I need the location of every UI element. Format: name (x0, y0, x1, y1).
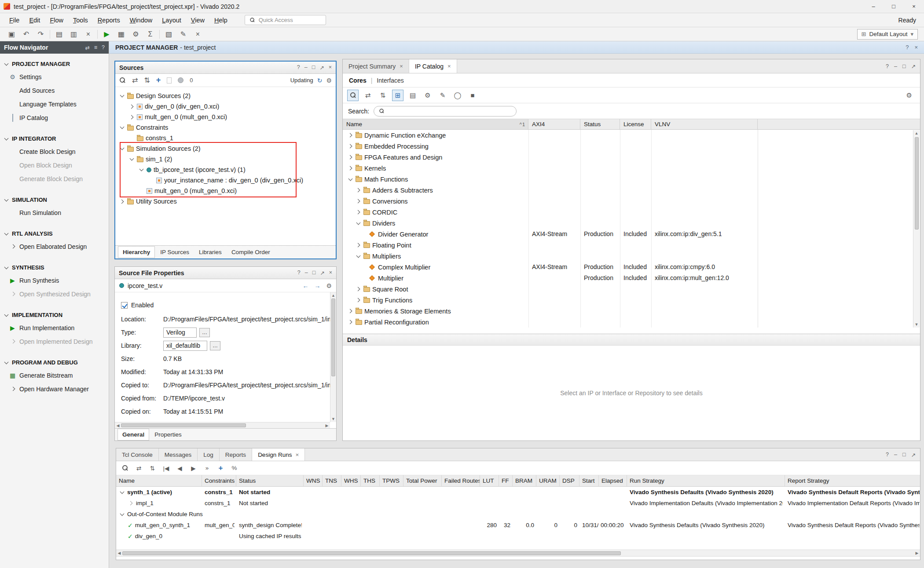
maximize-button[interactable]: □ (884, 0, 904, 13)
chevron-right-icon[interactable] (10, 339, 16, 345)
layout-icon[interactable]: ▧ (161, 30, 176, 38)
details-header[interactable]: Details (343, 334, 920, 346)
tab-log[interactable]: Log (198, 448, 220, 461)
chevron-right-icon[interactable] (347, 143, 353, 149)
tab-ip-catalog[interactable]: IP Catalog × (409, 59, 457, 73)
forward-arrow-icon[interactable]: → (314, 282, 320, 289)
help-icon[interactable]: ? (886, 63, 889, 69)
category-row-multipliers[interactable]: Multipliers (343, 251, 920, 262)
category-row-math-functions[interactable]: Math Functions (343, 174, 920, 185)
ip-row-divider-generator[interactable]: Divider Generator AXI4-Stream Production… (343, 229, 920, 240)
chevron-right-icon[interactable] (128, 114, 135, 120)
scroll-up-icon[interactable]: ▲ (331, 292, 335, 299)
help-icon[interactable]: ? (886, 451, 889, 458)
menu-edit[interactable]: Edit (24, 17, 45, 24)
category-row[interactable]: Trig Functions (343, 295, 920, 306)
column-header-vlnv[interactable]: VLNV (651, 119, 758, 129)
file-icon[interactable] (167, 77, 172, 84)
maximize-icon[interactable]: □ (902, 451, 906, 458)
flownav-item-ip-catalog[interactable]: IP Catalog (0, 111, 109, 124)
column-header-ths[interactable]: THS (361, 475, 380, 486)
chevron-down-icon[interactable] (128, 156, 135, 162)
flownav-section-header[interactable]: PROGRAM AND DEBUG (0, 357, 109, 368)
flownav-item-settings[interactable]: ⚙ Settings (0, 70, 109, 84)
chevron-right-icon[interactable] (128, 500, 134, 506)
menu-flow[interactable]: Flow (45, 17, 68, 24)
tree-item-simulation-sources[interactable]: Simulation Sources (2) (115, 143, 336, 154)
chevron-right-icon[interactable] (10, 291, 16, 297)
chevron-down-icon[interactable] (119, 93, 125, 99)
category-row[interactable]: Dynamic Function eXchange (343, 130, 920, 141)
column-header-axi4[interactable]: AXI4 (528, 119, 580, 129)
category-row[interactable]: FPGA Features and Design (343, 152, 920, 163)
close-icon[interactable]: × (447, 63, 451, 69)
chevron-right-icon[interactable] (347, 165, 353, 171)
flownav-item-generate-block-design[interactable]: Generate Block Design (0, 172, 109, 186)
flownav-item-open-hardware-manager[interactable]: Open Hardware Manager (0, 382, 109, 396)
skip-to-start-icon[interactable]: |◀ (161, 463, 172, 473)
maximize-icon[interactable]: □ (312, 64, 315, 71)
type-browse-button[interactable]: … (199, 328, 210, 337)
scrollbar-thumb[interactable] (331, 299, 335, 376)
menu-help[interactable]: Help (209, 17, 232, 24)
category-row[interactable]: Adders & Subtracters (343, 185, 920, 196)
window-icon[interactable]: ▣ (4, 30, 19, 38)
collapse-all-icon[interactable]: ⇄ (362, 90, 374, 101)
sources-panel-header[interactable]: Sources ? – □ ↗ × (115, 62, 336, 74)
column-header-name[interactable]: Name ^ 1 (343, 119, 528, 129)
column-header-license[interactable]: License (620, 119, 651, 129)
column-header-status[interactable]: Status (580, 119, 620, 129)
flownav-item-run-synthesis[interactable]: ▶ Run Synthesis (0, 273, 109, 287)
play-icon[interactable]: ▶ (188, 463, 199, 473)
chevron-right-icon[interactable] (347, 154, 353, 160)
reports-sigma-icon[interactable]: Σ (143, 30, 158, 38)
search-icon[interactable] (119, 77, 126, 84)
settings-icon[interactable]: ⚙ (128, 30, 143, 38)
column-header-bram[interactable]: BRAM (513, 475, 536, 486)
float-icon[interactable]: ↗ (911, 63, 916, 69)
minimize-icon[interactable]: – (894, 63, 897, 69)
flownav-item-language-templates[interactable]: Language Templates (0, 97, 109, 111)
scroll-right-icon[interactable]: ▶ (324, 423, 330, 428)
search-icon[interactable] (347, 90, 359, 101)
chevron-right-icon[interactable] (355, 297, 361, 303)
flownav-section-header[interactable]: IP INTEGRATOR (0, 133, 109, 145)
edit-pencil-icon[interactable]: ✎ (176, 30, 191, 38)
close-icon[interactable]: × (914, 44, 918, 51)
hierarchy-view-icon[interactable]: ⊞ (392, 90, 403, 101)
scrollbar-thumb[interactable] (121, 423, 246, 427)
chevron-right-icon[interactable] (355, 242, 361, 248)
tree-item-sim-1[interactable]: sim_1 (2) (115, 154, 336, 164)
chevron-right-icon[interactable] (347, 132, 353, 138)
column-header-whs[interactable]: WHS (341, 475, 361, 486)
column-header-total-power[interactable]: Total Power (403, 475, 442, 486)
chevron-right-icon[interactable] (355, 198, 361, 204)
scroll-left-icon[interactable]: ◀ (115, 423, 121, 428)
tab-properties[interactable]: Properties (150, 429, 186, 440)
category-row-dividers[interactable]: Dividers (343, 218, 920, 229)
float-icon[interactable]: ↗ (911, 451, 916, 458)
scroll-down-icon[interactable]: ▼ (331, 416, 335, 422)
stop-square-icon[interactable]: ■ (467, 90, 478, 101)
column-header-tns[interactable]: TNS (323, 475, 341, 486)
expand-all-icon[interactable]: ⇅ (144, 76, 150, 84)
chevron-down-icon[interactable] (347, 176, 353, 182)
chevron-right-icon[interactable] (355, 187, 361, 193)
column-header-ff[interactable]: FF (499, 475, 513, 486)
help-icon[interactable]: ? (906, 44, 909, 51)
chevron-right-icon[interactable] (347, 308, 353, 314)
ip-row-complex-multiplier[interactable]: Complex Multiplier AXI4-Stream Productio… (343, 262, 920, 273)
quick-access-search[interactable]: Quick Access (245, 15, 326, 25)
flownav-item-open-block-design[interactable]: Open Block Design (0, 158, 109, 172)
tree-item-constraints[interactable]: Constraints (115, 122, 336, 133)
tab-messages[interactable]: Messages (159, 448, 198, 461)
scroll-down-icon[interactable]: ▼ (915, 321, 919, 328)
gear-icon[interactable]: ⚙ (326, 77, 332, 84)
close-icon[interactable]: × (295, 451, 299, 458)
column-header-elapsed[interactable]: Elapsed (599, 475, 627, 486)
fast-forward-icon[interactable]: » (202, 463, 213, 473)
column-header-start[interactable]: Start (579, 475, 599, 486)
library-browse-button[interactable]: … (210, 341, 220, 350)
chevron-right-icon[interactable] (10, 386, 16, 392)
tab-design-runs[interactable]: Design Runs × (252, 448, 305, 461)
